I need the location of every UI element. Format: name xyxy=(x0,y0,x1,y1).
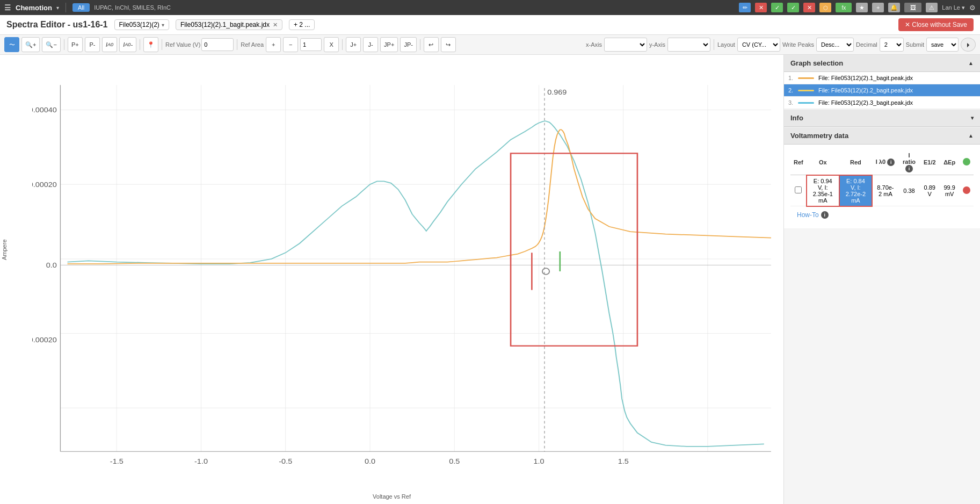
x-axis-label: x-Axis xyxy=(586,41,602,48)
image-icon[interactable]: 🖼 xyxy=(904,3,921,12)
toolbar-separator-3 xyxy=(162,39,162,50)
right-panel: Graph selection ▲ 1. File: File053(12)(2… xyxy=(784,55,980,504)
p-minus-button[interactable]: P- xyxy=(85,37,100,52)
j-minus-button[interactable]: J- xyxy=(363,37,378,52)
ox-value: E: 0.94 V, I: 2.35e-1 mA xyxy=(813,178,833,204)
how-to-link[interactable]: How-To i xyxy=(790,207,974,223)
undo-button[interactable]: ↩ xyxy=(424,37,439,52)
red-value-cell: E: 0.84 V, I: 2.72e-2 mA xyxy=(839,175,872,206)
file-tab-more[interactable]: + 2 ... xyxy=(289,19,315,30)
decimal-group: Decimal 2 xyxy=(856,38,904,52)
svg-text:0.00040: 0.00040 xyxy=(32,106,57,114)
chart-svg[interactable]: 0.00040 0.00020 0.0 -0.00020 -1.5 -1.0 -… xyxy=(32,60,778,483)
pencil-icon[interactable]: ✏ xyxy=(739,3,751,12)
ox-value-cell: E: 0.94 V, I: 2.35e-1 mA xyxy=(807,175,839,206)
decimal-select[interactable]: 2 xyxy=(880,38,904,52)
zoom-out-button[interactable]: 🔍− xyxy=(42,37,60,52)
row-status-dot xyxy=(963,186,970,194)
write-peaks-select[interactable]: Desc... xyxy=(816,38,854,52)
info-chevron-icon: ▾ xyxy=(971,115,974,121)
ilambda-info-icon[interactable]: i xyxy=(887,159,895,166)
submit-label: Submit xyxy=(906,41,924,48)
confirm2-icon[interactable]: ✓ xyxy=(787,3,799,12)
plus-icon[interactable]: + xyxy=(872,3,884,12)
col-red: Red xyxy=(839,150,872,175)
info-section: Info ▾ xyxy=(784,110,980,127)
ref-value-input[interactable] xyxy=(201,38,234,51)
file-select-dropdown[interactable]: File053(12)(2) ▾ xyxy=(114,19,169,30)
j-plus-button[interactable]: J+ xyxy=(346,37,361,52)
graph-item-1[interactable]: 1. File: File053(12)(2).1_bagit.peak.jdx xyxy=(784,72,980,84)
formula-icon[interactable]: fx xyxy=(836,3,852,12)
i-a0-neg-button[interactable]: IA0- xyxy=(119,37,136,52)
delete-icon[interactable]: ✕ xyxy=(755,3,767,12)
graph-item-3[interactable]: 3. File: File053(12)(2).3_bagit.peak.jdx xyxy=(784,97,980,109)
brand-label: Chemotion xyxy=(16,4,52,12)
zoom-in-button[interactable]: 🔍+ xyxy=(21,37,40,52)
col-status xyxy=(960,150,974,175)
settings-icon[interactable]: ⚙ xyxy=(969,4,976,12)
file-tab-1-close-icon[interactable]: ✕ xyxy=(273,21,278,28)
col-ox: Ox xyxy=(807,150,839,175)
hamburger-icon[interactable]: ☰ xyxy=(4,3,11,12)
row-checkbox-cell[interactable] xyxy=(790,175,807,206)
bell-icon[interactable]: 🔔 xyxy=(888,3,900,12)
svg-text:-0.5: -0.5 xyxy=(279,458,292,465)
status-header-dot xyxy=(963,158,970,165)
voltammetry-title: Voltammetry data xyxy=(790,132,848,140)
x-axis-select[interactable] xyxy=(604,38,647,52)
y-axis-select[interactable] xyxy=(667,38,710,52)
deltaep-value: 99.9 mV xyxy=(943,184,955,197)
x-button[interactable]: X xyxy=(324,37,339,52)
ref-area-input[interactable] xyxy=(300,38,322,51)
toolbar-separator-7 xyxy=(714,39,714,50)
close2-icon[interactable]: ✕ xyxy=(803,3,815,12)
voltammetry-section-header[interactable]: Voltammetry data ▲ xyxy=(784,127,980,145)
pin-button[interactable]: 📍 xyxy=(143,37,158,52)
layout-select[interactable]: CV (CY... xyxy=(737,38,780,52)
submit-action-button[interactable]: ⏵ xyxy=(961,38,976,52)
confirm-icon[interactable]: ✓ xyxy=(771,3,783,12)
nav-tab-iupac[interactable]: IUPAC, InChI, SMILES, RInC xyxy=(94,4,171,11)
star-icon[interactable]: ★ xyxy=(856,3,868,12)
molecule-icon[interactable]: ⬡ xyxy=(819,3,831,12)
i-a0-button[interactable]: IA0 xyxy=(102,37,117,52)
submit-select[interactable]: save xyxy=(926,38,959,52)
alert-icon[interactable]: ⚠ xyxy=(926,3,938,12)
iratio-value: 0.38 xyxy=(903,188,914,194)
close-without-save-button[interactable]: ✕ Close without Save xyxy=(898,18,974,31)
col-ilambda: I λ0 i xyxy=(872,150,898,175)
minus-button[interactable]: − xyxy=(283,37,298,52)
p-plus-button[interactable]: P+ xyxy=(68,37,83,52)
voltammetry-row-1: E: 0.94 V, I: 2.35e-1 mA E: 0.84 V, I: 2… xyxy=(790,175,974,206)
plus-button[interactable]: + xyxy=(266,37,281,52)
how-to-info-icon[interactable]: i xyxy=(821,211,829,219)
row-checkbox[interactable] xyxy=(795,186,802,193)
nav-tab-all[interactable]: All xyxy=(72,3,90,12)
svg-text:1.0: 1.0 xyxy=(533,458,544,465)
svg-text:-0.00020: -0.00020 xyxy=(32,336,57,344)
graph-item-2[interactable]: 2. File: File053(12)(2).2_bagit.peak.jdx xyxy=(784,84,980,97)
col-iratio: I ratio i xyxy=(898,150,920,175)
graph-selection-header[interactable]: Graph selection ▲ xyxy=(784,55,980,72)
write-peaks-group: Write Peaks Desc... xyxy=(782,38,854,52)
redo-button[interactable]: ↪ xyxy=(441,37,456,52)
jp-minus-button[interactable]: JP- xyxy=(400,37,417,52)
main-container: Spectra Editor - us1-16-1 File053(12)(2)… xyxy=(0,15,980,504)
info-title: Info xyxy=(790,114,803,122)
info-section-header[interactable]: Info ▾ xyxy=(784,110,980,127)
deltaep-value-cell: 99.9 mV xyxy=(939,175,960,206)
file-tab-more-label: + 2 ... xyxy=(294,21,310,28)
jp-plus-button[interactable]: JP+ xyxy=(380,37,398,52)
iratio-info-icon[interactable]: i xyxy=(905,165,913,172)
graph-item-2-num: 2. xyxy=(788,87,798,93)
svg-text:0.969: 0.969 xyxy=(547,88,567,96)
toolbar-separator-4 xyxy=(237,39,237,50)
graph-selection-chevron-icon: ▲ xyxy=(968,60,974,66)
content-area: Ampere 0.00040 xyxy=(0,55,980,504)
line-tool-button[interactable]: 〜 xyxy=(4,37,19,52)
file-tab-1[interactable]: File053(12)(2).1_bagit.peak.jdx ✕ xyxy=(176,19,282,30)
svg-text:-1.0: -1.0 xyxy=(194,458,208,465)
file-select-chevron-icon: ▾ xyxy=(162,22,164,28)
col-deltaep: ΔEp xyxy=(939,150,960,175)
